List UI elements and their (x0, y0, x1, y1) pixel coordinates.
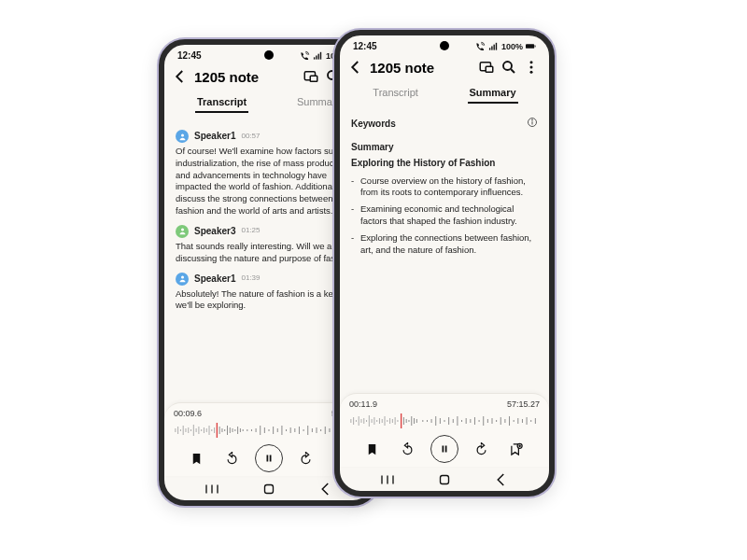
pause-button[interactable] (255, 444, 283, 472)
person-icon (178, 133, 187, 141)
svg-rect-69 (266, 455, 268, 462)
waveform[interactable] (349, 413, 540, 429)
forward-icon (474, 442, 488, 456)
svg-point-14 (181, 229, 184, 231)
status-time: 12:45 (353, 41, 377, 51)
chevron-left-icon (317, 481, 334, 497)
svg-point-90 (530, 71, 533, 74)
svg-point-13 (181, 133, 184, 136)
nav-back-button[interactable] (317, 482, 334, 497)
speaker-time: 01:25 (241, 226, 260, 236)
waveform-svg (349, 413, 540, 428)
more-button[interactable] (523, 59, 540, 76)
pause-icon (263, 453, 275, 464)
bookmark-button[interactable] (360, 437, 385, 461)
forward-icon (299, 452, 313, 466)
svg-point-89 (530, 66, 533, 69)
pip-icon (478, 59, 495, 76)
forward-button[interactable] (470, 437, 494, 461)
nav-back-button[interactable] (493, 472, 510, 487)
rewind-button[interactable] (395, 437, 419, 461)
signal-icon (313, 50, 323, 61)
svg-rect-77 (264, 485, 273, 494)
tab-summary[interactable]: Summary (468, 83, 518, 102)
tabs: Transcript Summary (340, 83, 549, 105)
bookmark-add-button[interactable] (504, 437, 529, 461)
wifi-calling-icon (475, 41, 486, 51)
person-icon (178, 227, 187, 235)
svg-point-15 (181, 276, 184, 279)
svg-point-88 (530, 61, 533, 63)
player-controls (349, 429, 540, 465)
pip-icon (303, 68, 319, 85)
bookmark-icon (365, 442, 379, 456)
rewind-button[interactable] (219, 446, 244, 470)
bookmark-add-icon (510, 442, 524, 456)
recents-icon (379, 474, 396, 485)
summary-heading: Summary (351, 141, 538, 154)
nav-bar (340, 467, 549, 491)
bookmark-button[interactable] (185, 446, 209, 470)
tab-transcript[interactable]: Transcript (195, 92, 248, 111)
svg-rect-83 (535, 46, 536, 48)
rewind-icon (401, 442, 415, 456)
pip-button[interactable] (303, 68, 319, 85)
back-button[interactable] (347, 59, 364, 76)
search-icon (500, 59, 517, 76)
svg-rect-146 (442, 446, 444, 453)
speaker-name: Speaker1 (194, 130, 235, 143)
keywords-row: Keywords (351, 117, 538, 132)
camera-hole (264, 50, 274, 60)
signal-icon (488, 41, 499, 51)
battery-icon (526, 41, 536, 51)
chevron-left-icon (347, 59, 364, 76)
keywords-label: Keywords (351, 118, 396, 131)
speaker-name: Speaker3 (194, 225, 235, 238)
status-icons: 100% (475, 41, 536, 51)
home-button[interactable] (261, 482, 277, 497)
current-time: 00:09.6 (174, 409, 202, 418)
phone-summary: 12:45 100% 1205 note Transcript Summary … (334, 30, 555, 497)
summary-title: Exploring the History of Fashion (351, 157, 538, 170)
forward-button[interactable] (294, 446, 318, 470)
home-icon (261, 481, 277, 497)
summary-list: Course overview on the history of fashio… (351, 175, 538, 257)
speaker-name: Speaker1 (194, 273, 235, 286)
back-button[interactable] (172, 68, 189, 85)
svg-line-87 (511, 69, 514, 73)
svg-rect-1 (316, 56, 317, 60)
summary-bullet: Examining economic and technological fac… (360, 203, 538, 228)
info-icon (527, 117, 538, 128)
svg-rect-81 (496, 43, 497, 50)
pause-button[interactable] (430, 435, 458, 463)
speaker-time: 00:57 (241, 132, 260, 142)
svg-rect-0 (314, 57, 315, 59)
search-button[interactable] (500, 59, 517, 76)
home-button[interactable] (436, 472, 453, 487)
pip-button[interactable] (478, 59, 495, 76)
svg-rect-2 (317, 54, 318, 60)
info-button[interactable] (527, 117, 538, 132)
svg-rect-82 (526, 44, 534, 49)
chevron-left-icon (493, 471, 510, 488)
svg-rect-85 (486, 66, 493, 72)
audio-player: 00:11.9 57:15.27 (340, 393, 549, 467)
person-icon (178, 274, 187, 283)
svg-rect-154 (440, 476, 448, 484)
battery-label: 100% (501, 42, 523, 51)
speaker-time: 01:39 (241, 273, 260, 284)
bookmark-icon (190, 452, 204, 466)
tab-transcript[interactable]: Transcript (371, 83, 420, 102)
summary-bullet: Exploring the connections between fashio… (360, 232, 538, 257)
svg-rect-78 (489, 48, 490, 49)
home-icon (436, 471, 453, 488)
speaker-avatar (176, 273, 189, 286)
speaker-avatar (176, 130, 189, 143)
svg-rect-80 (493, 45, 494, 50)
recents-button[interactable] (204, 482, 220, 497)
recents-icon (204, 483, 220, 495)
recents-button[interactable] (379, 472, 396, 487)
player-times: 00:11.9 57:15.27 (349, 399, 540, 409)
wifi-calling-icon (300, 50, 310, 61)
status-time: 12:45 (177, 50, 202, 61)
